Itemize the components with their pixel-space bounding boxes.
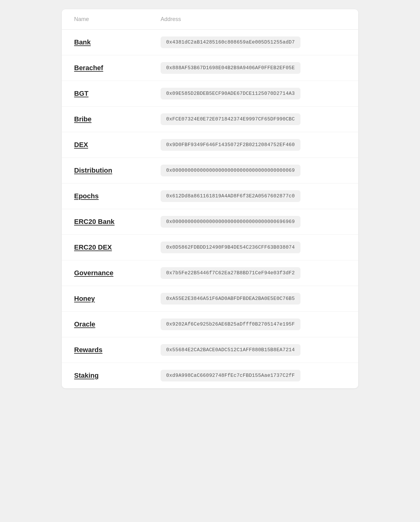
table-row: Distribution0x00000000000000000000000000…: [62, 158, 358, 183]
name-column-header: Name: [62, 9, 148, 30]
table-header-row: Name Address: [62, 9, 358, 30]
address-badge: 0x612Dd8a861161819A4AD8F6f3E2A0567602877…: [161, 190, 300, 202]
contract-name[interactable]: Epochs: [62, 183, 148, 209]
address-badge: 0x9202Af6Ce925b26AE6B25aDfff0B2705147e19…: [161, 318, 300, 330]
address-badge: 0xA55E2E3846A51F6AD0ABFDFBDEA2BA0E5E0C76…: [161, 293, 300, 305]
address-badge: 0x00000000000000000000000000000000006969…: [161, 216, 300, 228]
contract-address: 0x0D5862FDBDD12490F9B4DE54C236CFF63B0380…: [148, 235, 358, 260]
address-badge: 0x00000000000000000000000000000000000000…: [161, 165, 300, 176]
table-row: Oracle0x9202Af6Ce925b26AE6B25aDfff0B2705…: [62, 312, 358, 337]
contract-name[interactable]: Honey: [62, 286, 148, 312]
address-column-header: Address: [148, 9, 358, 30]
contract-address: 0xFCE07324E0E72E071842374E9997CF65DF990C…: [148, 107, 358, 132]
contract-address: 0x00000000000000000000000000000000000000…: [148, 158, 358, 183]
table-row: DEX0x9D0FBF9349F646F1435072F2B0212084752…: [62, 132, 358, 158]
contract-address: 0xA55E2E3846A51F6AD0ABFDFBDEA2BA0E5E0C76…: [148, 286, 358, 312]
contract-name[interactable]: Staking: [62, 363, 148, 389]
address-badge: 0x888AF53B67D1698E04B2B9A9406AF0FFEB2EF0…: [161, 62, 300, 74]
contract-name[interactable]: ERC20 DEX: [62, 235, 148, 260]
table-row: ERC20 Bank0x0000000000000000000000000000…: [62, 209, 358, 235]
address-badge: 0x7b5Fe22B5446f7C62Ea27B8BD71CeF94e03f3d…: [161, 267, 300, 279]
table-row: ERC20 DEX0x0D5862FDBDD12490F9B4DE54C236C…: [62, 235, 358, 260]
contract-name[interactable]: Governance: [62, 260, 148, 286]
table-row: Epochs0x612Dd8a861161819A4AD8F6f3E2A0567…: [62, 183, 358, 209]
address-badge: 0xd9A998CaC66092748FfEc7cFBD155Aae1737C2…: [161, 370, 300, 381]
contract-address: 0x7b5Fe22B5446f7C62Ea27B8BD71CeF94e03f3d…: [148, 260, 358, 286]
contract-address: 0x00000000000000000000000000000000006969…: [148, 209, 358, 235]
contract-address: 0x612Dd8a861161819A4AD8F6f3E2A0567602877…: [148, 183, 358, 209]
contract-name[interactable]: DEX: [62, 132, 148, 158]
contract-name[interactable]: Bank: [62, 30, 148, 55]
contract-name[interactable]: BGT: [62, 81, 148, 107]
table-row: Bank0x4381dC2aB14285160c808659aEe005D512…: [62, 30, 358, 55]
table-row: Honey0xA55E2E3846A51F6AD0ABFDFBDEA2BA0E5…: [62, 286, 358, 312]
table-row: BGT0x09E585D2BDEB5ECF90ADE67DCE1125070D2…: [62, 81, 358, 107]
address-badge: 0x4381dC2aB14285160c808659aEe005D51255ad…: [161, 36, 300, 48]
contract-address: 0x9D0FBF9349F646F1435072F2B0212084752EF4…: [148, 132, 358, 158]
address-badge: 0x9D0FBF9349F646F1435072F2B0212084752EF4…: [161, 139, 300, 151]
contract-address: 0x55684E2CA2BACE0ADC512C1AFF880B15B8EA72…: [148, 337, 358, 363]
contract-address: 0xd9A998CaC66092748FfEc7cFBD155Aae1737C2…: [148, 363, 358, 389]
contract-address: 0x888AF53B67D1698E04B2B9A9406AF0FFEB2EF0…: [148, 55, 358, 81]
contract-name[interactable]: Bribe: [62, 107, 148, 132]
table-row: Bribe0xFCE07324E0E72E071842374E9997CF65D…: [62, 107, 358, 132]
contract-address: 0x09E585D2BDEB5ECF90ADE67DCE1125070D2714…: [148, 81, 358, 107]
table-row: Rewards0x55684E2CA2BACE0ADC512C1AFF880B1…: [62, 337, 358, 363]
table-row: Berachef0x888AF53B67D1698E04B2B9A9406AF0…: [62, 55, 358, 81]
contract-name[interactable]: Berachef: [62, 55, 148, 81]
table-row: Staking0xd9A998CaC66092748FfEc7cFBD155Aa…: [62, 363, 358, 389]
contract-name[interactable]: Distribution: [62, 158, 148, 183]
address-badge: 0x55684E2CA2BACE0ADC512C1AFF880B15B8EA72…: [161, 344, 300, 356]
address-badge: 0x0D5862FDBDD12490F9B4DE54C236CFF63B0380…: [161, 242, 300, 253]
address-badge: 0x09E585D2BDEB5ECF90ADE67DCE1125070D2714…: [161, 88, 300, 99]
contract-name[interactable]: ERC20 Bank: [62, 209, 148, 235]
contract-name[interactable]: Oracle: [62, 312, 148, 337]
address-badge: 0xFCE07324E0E72E071842374E9997CF65DF990C…: [161, 113, 300, 125]
contracts-table: Name Address Bank0x4381dC2aB14285160c808…: [62, 9, 358, 388]
table-row: Governance0x7b5Fe22B5446f7C62Ea27B8BD71C…: [62, 260, 358, 286]
contract-name[interactable]: Rewards: [62, 337, 148, 363]
contract-address: 0x4381dC2aB14285160c808659aEe005D51255ad…: [148, 30, 358, 55]
contract-address: 0x9202Af6Ce925b26AE6B25aDfff0B2705147e19…: [148, 312, 358, 337]
